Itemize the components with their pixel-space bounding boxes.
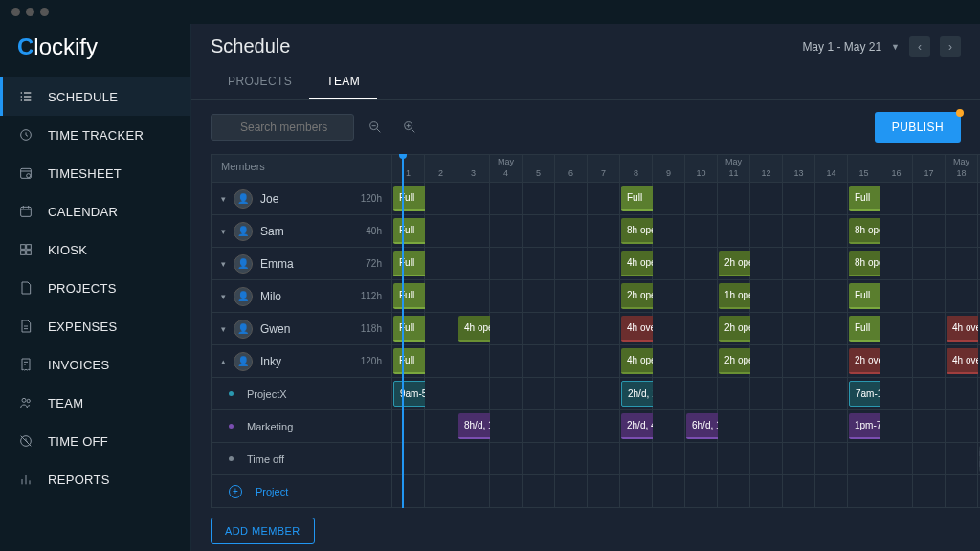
day-cell[interactable] [718, 410, 750, 443]
day-cell[interactable] [848, 443, 880, 475]
day-cell[interactable]: Full [392, 248, 425, 280]
day-cell[interactable] [490, 248, 523, 280]
day-cell[interactable] [783, 280, 815, 313]
day-cell[interactable] [880, 248, 913, 280]
day-cell[interactable] [750, 443, 783, 475]
day-cell[interactable] [913, 183, 946, 215]
day-cell[interactable] [880, 280, 913, 313]
day-cell[interactable] [555, 475, 588, 508]
day-cell[interactable]: Full [392, 313, 425, 345]
day-cell[interactable] [457, 475, 490, 508]
day-cell[interactable] [946, 378, 978, 410]
day-cell[interactable]: 2h open [620, 280, 653, 313]
day-cell[interactable] [425, 248, 457, 280]
chevron-down-icon[interactable]: ▾ [221, 227, 226, 236]
day-cell[interactable] [653, 410, 685, 443]
day-cell[interactable] [815, 443, 848, 475]
day-cell[interactable] [523, 313, 555, 345]
day-cell[interactable] [425, 215, 457, 248]
day-cell[interactable] [783, 410, 815, 443]
day-cell[interactable]: 2h/d, 4h [620, 410, 653, 443]
day-cell[interactable] [718, 475, 750, 508]
day-cell[interactable]: Full [620, 183, 653, 215]
chevron-down-icon[interactable]: ▾ [221, 259, 226, 269]
day-cell[interactable] [946, 248, 978, 280]
day-cell[interactable] [555, 443, 588, 475]
day-cell[interactable] [425, 345, 457, 378]
sidebar-item-time-off[interactable]: TIME OFF [0, 422, 190, 460]
day-cell[interactable] [653, 475, 685, 508]
subrow-cell[interactable]: +Project [211, 475, 392, 508]
day-cell[interactable] [588, 248, 620, 280]
day-cell[interactable]: Full [392, 280, 425, 313]
day-cell[interactable]: Full [848, 280, 880, 313]
day-cell[interactable] [815, 313, 848, 345]
chevron-down-icon[interactable]: ▾ [221, 292, 226, 301]
day-cell[interactable] [946, 183, 978, 215]
day-cell[interactable] [946, 280, 978, 313]
day-cell[interactable] [750, 345, 783, 378]
day-cell[interactable] [750, 313, 783, 345]
sidebar-item-time-tracker[interactable]: TIME TRACKER [0, 116, 190, 154]
day-cell[interactable] [815, 183, 848, 215]
day-cell[interactable] [653, 280, 685, 313]
day-cell[interactable] [880, 378, 913, 410]
day-cell[interactable] [425, 378, 457, 410]
day-cell[interactable] [913, 475, 946, 508]
day-cell[interactable] [815, 378, 848, 410]
day-cell[interactable]: 8h open [620, 215, 653, 248]
day-cell[interactable] [653, 345, 685, 378]
day-cell[interactable] [718, 183, 750, 215]
day-cell[interactable] [718, 443, 750, 475]
day-cell[interactable] [750, 378, 783, 410]
prev-button[interactable]: ‹ [909, 36, 930, 57]
day-cell[interactable] [880, 475, 913, 508]
date-range[interactable]: May 1 - May 21 [802, 40, 881, 54]
day-cell[interactable] [523, 345, 555, 378]
day-cell[interactable] [523, 443, 555, 475]
day-cell[interactable] [685, 248, 718, 280]
sidebar-item-schedule[interactable]: SCHEDULE [0, 77, 190, 116]
sidebar-item-calendar[interactable]: CALENDAR [0, 192, 190, 231]
day-cell[interactable] [783, 475, 815, 508]
sidebar-item-team[interactable]: TEAM [0, 384, 190, 422]
day-cell[interactable] [523, 410, 555, 443]
day-cell[interactable] [913, 378, 946, 410]
sidebar-item-invoices[interactable]: INVOICES [0, 345, 190, 384]
day-cell[interactable] [653, 443, 685, 475]
day-cell[interactable] [946, 215, 978, 248]
day-cell[interactable] [457, 378, 490, 410]
day-cell[interactable] [653, 378, 685, 410]
subrow-cell[interactable]: Time off [211, 443, 392, 475]
day-cell[interactable] [685, 475, 718, 508]
day-cell[interactable] [913, 280, 946, 313]
day-cell[interactable]: Full [848, 313, 880, 345]
day-cell[interactable] [457, 345, 490, 378]
day-cell[interactable]: 2h/d, 10h [620, 378, 653, 410]
day-cell[interactable] [653, 215, 685, 248]
day-cell[interactable]: 2h over [848, 345, 880, 378]
day-cell[interactable] [685, 313, 718, 345]
day-cell[interactable] [946, 410, 978, 443]
day-cell[interactable] [815, 410, 848, 443]
sidebar-item-projects[interactable]: PROJECTS [0, 269, 190, 307]
day-cell[interactable] [490, 215, 523, 248]
day-cell[interactable] [620, 475, 653, 508]
sidebar-item-expenses[interactable]: EXPENSES [0, 307, 190, 345]
day-cell[interactable] [392, 443, 425, 475]
day-cell[interactable] [588, 215, 620, 248]
sidebar-item-reports[interactable]: REPORTS [0, 460, 190, 498]
day-cell[interactable] [392, 410, 425, 443]
day-cell[interactable]: Full [392, 345, 425, 378]
next-button[interactable]: › [940, 36, 961, 57]
day-cell[interactable] [588, 183, 620, 215]
day-cell[interactable]: 1h open [718, 280, 750, 313]
day-cell[interactable] [555, 345, 588, 378]
day-cell[interactable] [588, 378, 620, 410]
day-cell[interactable] [783, 345, 815, 378]
day-cell[interactable]: 8h open [848, 215, 880, 248]
day-cell[interactable]: Full [392, 215, 425, 248]
member-cell[interactable]: ▴👤Inky120h [211, 345, 392, 378]
day-cell[interactable]: 6h/d, 18h [685, 410, 718, 443]
day-cell[interactable] [783, 215, 815, 248]
